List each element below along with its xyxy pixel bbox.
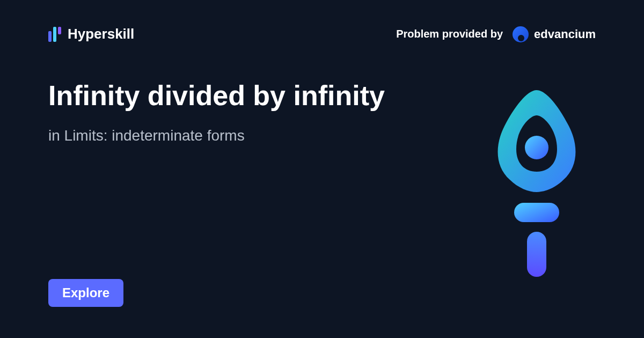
torch-pen-icon <box>488 86 585 279</box>
provider-label: Problem provided by <box>396 28 503 40</box>
header: Hyperskill Problem provided by edvancium <box>0 0 644 42</box>
svg-point-0 <box>525 136 548 159</box>
explore-button[interactable]: Explore <box>48 279 123 307</box>
provider-name: edvancium <box>534 27 596 41</box>
page-title: Infinity divided by infinity <box>48 80 435 112</box>
provider-logo: edvancium <box>513 26 596 42</box>
hyperskill-brand-text: Hyperskill <box>68 26 134 42</box>
edvancium-circle-icon <box>513 26 529 42</box>
hyperskill-logo: Hyperskill <box>48 26 134 42</box>
provider-block: Problem provided by edvancium <box>396 26 596 42</box>
hyperskill-bars-icon <box>48 27 61 42</box>
svg-rect-2 <box>527 232 546 277</box>
svg-rect-1 <box>514 203 559 222</box>
